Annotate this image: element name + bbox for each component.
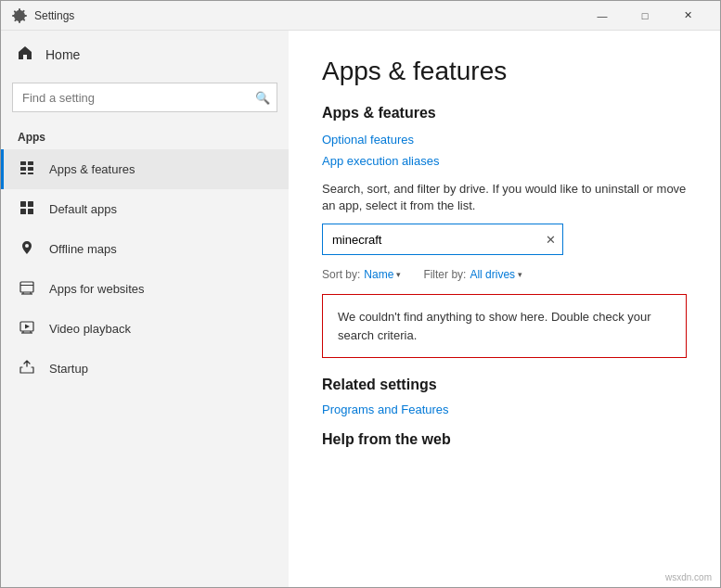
sidebar-item-home[interactable]: Home xyxy=(1,31,289,79)
home-label: Home xyxy=(45,47,80,62)
related-settings-title: Related settings xyxy=(322,377,687,393)
help-title: Help from the web xyxy=(322,431,687,448)
search-box: 🔍 xyxy=(12,83,277,112)
svg-rect-10 xyxy=(20,282,33,292)
sort-by-value[interactable]: Name ▾ xyxy=(364,268,401,281)
sidebar-item-apps-websites[interactable]: Apps for websites xyxy=(1,269,289,309)
svg-rect-3 xyxy=(28,167,33,171)
video-playback-label: Video playback xyxy=(49,322,131,336)
sort-by-label: Sort by: xyxy=(322,268,360,281)
offline-maps-icon xyxy=(18,240,36,258)
app-search-row: ✕ xyxy=(322,224,687,255)
page-title: Apps & features xyxy=(322,57,687,86)
section-title: Apps & features xyxy=(322,105,687,121)
filter-by-value[interactable]: All drives ▾ xyxy=(470,268,522,281)
watermark: wsxdn.com xyxy=(665,572,712,582)
default-apps-label: Default apps xyxy=(49,202,117,216)
settings-app-icon xyxy=(12,8,27,23)
title-bar-title: Settings xyxy=(34,9,74,22)
main-content: Apps & features Apps & features Optional… xyxy=(289,31,720,588)
svg-rect-9 xyxy=(28,209,33,214)
startup-icon xyxy=(18,360,36,377)
svg-rect-6 xyxy=(20,201,26,207)
filter-by-label: Filter by: xyxy=(423,268,466,281)
svg-rect-2 xyxy=(20,167,26,171)
startup-label: Startup xyxy=(49,362,88,376)
sort-by-item: Sort by: Name ▾ xyxy=(322,268,401,281)
default-apps-icon xyxy=(18,200,36,218)
apps-features-icon xyxy=(18,160,36,178)
sidebar-item-video-playback[interactable]: Video playback xyxy=(1,309,289,349)
search-input[interactable] xyxy=(12,83,277,112)
search-icon: 🔍 xyxy=(255,91,270,105)
sort-filter-row: Sort by: Name ▾ Filter by: All drives ▾ xyxy=(322,268,687,281)
video-playback-icon xyxy=(18,320,36,338)
no-results-text: We couldn't find anything to show here. … xyxy=(338,310,651,342)
sidebar-item-default-apps[interactable]: Default apps xyxy=(1,189,289,229)
app-execution-link[interactable]: App execution aliases xyxy=(322,154,687,168)
title-bar-left: Settings xyxy=(12,8,74,23)
no-results-box: We couldn't find anything to show here. … xyxy=(322,294,687,358)
programs-features-link[interactable]: Programs and Features xyxy=(322,403,687,416)
app-search-wrapper: ✕ xyxy=(322,224,563,255)
minimize-button[interactable]: — xyxy=(581,1,624,31)
close-button[interactable]: ✕ xyxy=(666,1,709,31)
sidebar-item-apps-features[interactable]: Apps & features xyxy=(1,149,289,189)
home-icon xyxy=(18,45,32,64)
app-container: Home 🔍 Apps Apps & features xyxy=(1,31,720,588)
offline-maps-label: Offline maps xyxy=(49,242,117,256)
description-text: Search, sort, and filter by drive. If yo… xyxy=(322,181,687,214)
apps-features-label: Apps & features xyxy=(49,162,135,176)
sidebar-item-offline-maps[interactable]: Offline maps xyxy=(1,229,289,269)
svg-rect-0 xyxy=(20,161,26,165)
app-search-input[interactable] xyxy=(322,224,563,255)
filter-chevron-icon: ▾ xyxy=(518,270,522,279)
svg-rect-4 xyxy=(20,173,26,174)
maximize-button[interactable]: □ xyxy=(624,1,666,31)
apps-websites-label: Apps for websites xyxy=(49,282,145,296)
sidebar-section-label: Apps xyxy=(1,123,289,149)
svg-marker-16 xyxy=(25,325,30,329)
sidebar: Home 🔍 Apps Apps & features xyxy=(1,31,289,588)
app-search-clear-button[interactable]: ✕ xyxy=(546,233,556,247)
optional-features-link[interactable]: Optional features xyxy=(322,133,687,147)
svg-rect-7 xyxy=(28,201,33,207)
title-bar: Settings — □ ✕ xyxy=(1,1,720,31)
title-bar-controls: — □ ✕ xyxy=(581,1,709,31)
svg-rect-5 xyxy=(28,173,33,174)
filter-by-item: Filter by: All drives ▾ xyxy=(423,268,522,281)
svg-rect-1 xyxy=(28,161,33,165)
apps-websites-icon xyxy=(18,280,36,298)
svg-rect-8 xyxy=(20,209,26,214)
sidebar-item-startup[interactable]: Startup xyxy=(1,349,289,389)
sort-chevron-icon: ▾ xyxy=(396,270,401,279)
